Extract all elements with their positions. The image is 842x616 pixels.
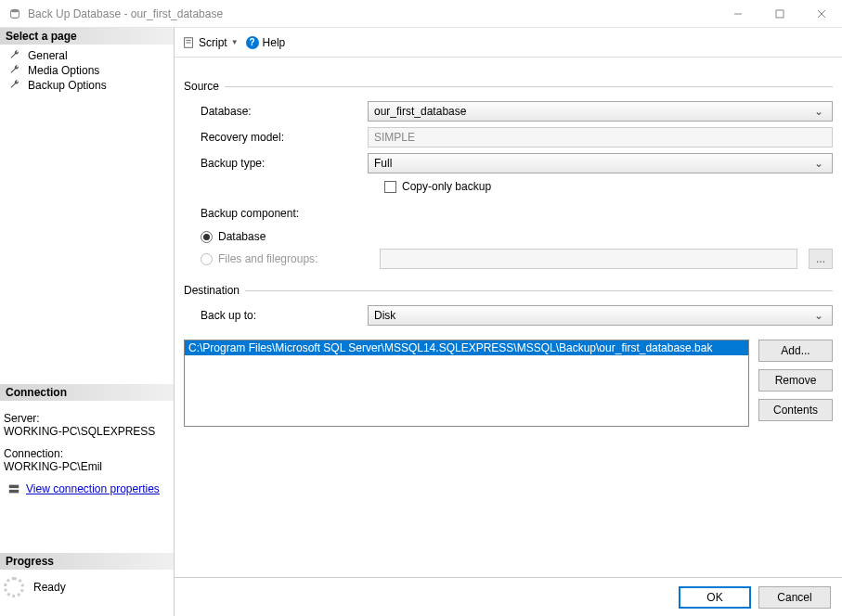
- select-page-header: Select a page: [0, 28, 174, 45]
- cancel-button[interactable]: Cancel: [758, 586, 831, 609]
- window-title: Back Up Database - our_first_database: [28, 7, 717, 20]
- connection-header: Connection: [0, 384, 174, 401]
- wrench-icon: [9, 49, 22, 62]
- page-label: Media Options: [28, 64, 99, 77]
- destination-fieldset: Destination: [184, 284, 833, 297]
- page-label: General: [28, 49, 68, 62]
- view-connection-properties-link[interactable]: View connection properties: [26, 482, 160, 495]
- script-button[interactable]: Script ▼: [182, 36, 239, 49]
- svg-rect-5: [9, 485, 19, 489]
- remove-button[interactable]: Remove: [758, 369, 833, 391]
- radio-database[interactable]: [201, 231, 213, 243]
- divider: [225, 86, 833, 87]
- destination-label: Destination: [184, 284, 245, 297]
- connection-section: Server: WORKING-PC\SQLEXPRESS Connection…: [0, 401, 174, 507]
- progress-header: Progress: [0, 553, 174, 570]
- backup-to-value: Disk: [374, 309, 811, 322]
- source-fieldset: Source: [184, 80, 833, 93]
- script-label: Script: [199, 36, 227, 49]
- connection-label: Connection:: [4, 447, 170, 460]
- titlebar: Back Up Database - our_first_database: [0, 0, 842, 28]
- copy-only-label: Copy-only backup: [402, 180, 491, 193]
- help-button[interactable]: ? Help: [246, 36, 286, 49]
- database-combo[interactable]: our_first_database ⌄: [368, 101, 833, 122]
- wrench-icon: [9, 64, 22, 77]
- script-icon: [182, 36, 195, 49]
- form-area: Source Database: our_first_database ⌄ Re…: [175, 58, 842, 577]
- connection-properties-icon: [7, 482, 20, 495]
- files-filegroups-input: [380, 249, 797, 269]
- progress-section: Ready: [0, 570, 174, 616]
- server-label: Server:: [4, 412, 170, 425]
- chevron-down-icon: ⌄: [811, 309, 826, 322]
- ok-button[interactable]: OK: [679, 586, 751, 609]
- svg-rect-6: [9, 490, 19, 494]
- page-backup-options[interactable]: Backup Options: [0, 78, 174, 93]
- backup-to-label: Back up to:: [201, 309, 368, 322]
- database-icon: [7, 6, 22, 21]
- database-label: Database:: [201, 105, 368, 118]
- server-value: WORKING-PC\SQLEXPRESS: [4, 425, 170, 438]
- backup-type-combo[interactable]: Full ⌄: [368, 153, 833, 173]
- add-button[interactable]: Add...: [758, 340, 833, 362]
- minimize-button[interactable]: [717, 0, 758, 28]
- progress-status: Ready: [33, 581, 66, 594]
- backup-type-value: Full: [374, 157, 811, 170]
- contents-button[interactable]: Contents: [758, 399, 833, 421]
- source-label: Source: [184, 80, 225, 93]
- radio-database-label: Database: [218, 230, 266, 243]
- page-media-options[interactable]: Media Options: [0, 63, 174, 78]
- page-list: General Media Options Backup Options: [0, 45, 174, 102]
- destination-list-item[interactable]: C:\Program Files\Microsoft SQL Server\MS…: [185, 340, 748, 355]
- chevron-down-icon: ⌄: [811, 157, 826, 170]
- backup-component-label: Backup component:: [201, 207, 368, 220]
- backup-to-combo[interactable]: Disk ⌄: [368, 305, 833, 326]
- svg-rect-2: [776, 10, 784, 18]
- maximize-button[interactable]: [758, 0, 800, 28]
- wrench-icon: [9, 79, 22, 92]
- connection-value: WORKING-PC\Emil: [4, 460, 170, 473]
- sidebar: Select a page General Media Options Back…: [0, 28, 175, 616]
- page-general[interactable]: General: [0, 48, 174, 63]
- page-label: Backup Options: [28, 79, 107, 92]
- help-label: Help: [263, 36, 286, 49]
- files-browse-button: ...: [809, 249, 833, 269]
- radio-files: [201, 253, 213, 265]
- svg-point-0: [11, 8, 19, 12]
- divider: [245, 290, 833, 291]
- database-value: our_first_database: [374, 105, 811, 118]
- content-area: Script ▼ ? Help Source Database: our_fir…: [175, 28, 842, 616]
- close-button[interactable]: [800, 0, 842, 28]
- toolbar: Script ▼ ? Help: [175, 28, 842, 58]
- backup-type-label: Backup type:: [201, 157, 368, 170]
- progress-spinner-icon: [4, 577, 24, 597]
- dialog-button-bar: OK Cancel: [175, 577, 842, 616]
- chevron-down-icon: ⌄: [811, 105, 826, 118]
- chevron-down-icon: ▼: [231, 38, 239, 46]
- recovery-model-value: SIMPLE: [368, 127, 833, 148]
- recovery-model-label: Recovery model:: [201, 131, 368, 144]
- radio-files-label: Files and filegroups:: [218, 252, 374, 265]
- destination-list[interactable]: C:\Program Files\Microsoft SQL Server\MS…: [184, 340, 749, 427]
- help-icon: ?: [246, 36, 259, 49]
- window-controls: [717, 0, 842, 28]
- copy-only-checkbox[interactable]: [384, 181, 396, 193]
